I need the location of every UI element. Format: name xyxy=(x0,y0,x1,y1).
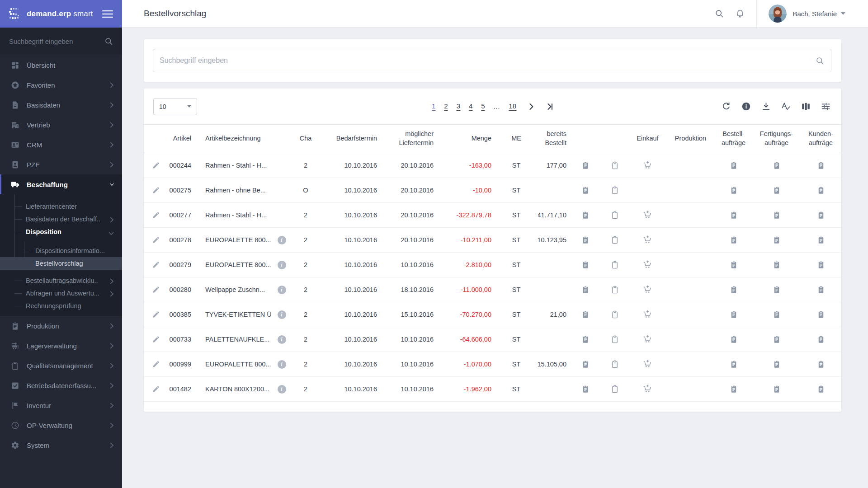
edit-pencil-icon[interactable] xyxy=(152,310,160,319)
fertigungsauftraege-clipboard-icon[interactable] xyxy=(773,211,781,219)
sidebar-subitem-dispositionsinformatio[interactable]: Dispositionsinformatio... xyxy=(0,244,122,257)
info-icon[interactable] xyxy=(741,102,751,111)
cart-plus-icon[interactable] xyxy=(643,235,652,245)
main-search-input[interactable] xyxy=(153,49,831,72)
bestellauftraege-clipboard-icon[interactable] xyxy=(730,161,738,169)
sidebar-item-qualitätsmanagement[interactable]: Qualitätsmanagement xyxy=(0,356,122,375)
fertigungsauftraege-clipboard-icon[interactable] xyxy=(773,186,781,194)
kundenauftraege-clipboard-icon[interactable] xyxy=(817,161,825,169)
sidebar-item-übersicht[interactable]: Übersicht xyxy=(0,55,122,75)
info-badge-icon[interactable]: i xyxy=(278,385,286,394)
fertigungsauftraege-clipboard-icon[interactable] xyxy=(773,335,781,343)
page-link-2[interactable]: 2 xyxy=(444,102,448,111)
edit-pencil-icon[interactable] xyxy=(152,385,160,393)
bestellauftraege-clipboard-icon[interactable] xyxy=(730,186,738,194)
bestellauftraege-clipboard-icon[interactable] xyxy=(730,310,738,319)
sidebar-subitem-rechnungsprüfung[interactable]: Rechnungsprüfung xyxy=(0,300,122,312)
bestellauftraege-clipboard-icon[interactable] xyxy=(730,286,738,294)
cart-plus-icon[interactable] xyxy=(643,385,652,394)
search-icon[interactable] xyxy=(715,9,724,18)
kundenauftraege-clipboard-icon[interactable] xyxy=(817,286,825,294)
spellcheck-icon[interactable] xyxy=(781,102,791,111)
sidebar-item-system[interactable]: System xyxy=(0,435,122,455)
sidebar-item-lagerverwaltung[interactable]: Lagerverwaltung xyxy=(0,336,122,356)
fertigungsauftraege-clipboard-icon[interactable] xyxy=(773,360,781,368)
search-icon[interactable] xyxy=(104,37,113,46)
clipboard-filled-icon[interactable] xyxy=(581,385,590,393)
page-link-4[interactable]: 4 xyxy=(469,102,472,111)
clipboard-outline-icon[interactable] xyxy=(611,335,619,343)
clipboard-outline-icon[interactable] xyxy=(611,261,619,269)
info-badge-icon[interactable]: i xyxy=(278,261,286,269)
fertigungsauftraege-clipboard-icon[interactable] xyxy=(773,161,781,169)
sidebar-search-input[interactable] xyxy=(9,38,104,45)
info-badge-icon[interactable]: i xyxy=(278,360,286,369)
sidebar-item-inventur[interactable]: Inventur xyxy=(0,395,122,415)
notifications-bell-icon[interactable] xyxy=(736,9,745,18)
cart-plus-icon[interactable] xyxy=(643,285,652,295)
clipboard-filled-icon[interactable] xyxy=(581,360,590,368)
sidebar-item-op-verwaltung[interactable]: OP-Verwaltung xyxy=(0,415,122,435)
user-name[interactable]: Bach, Stefanie xyxy=(793,10,837,18)
sidebar-item-pze[interactable]: PZE xyxy=(0,155,122,174)
user-menu-caret-icon[interactable] xyxy=(841,12,845,15)
info-badge-icon[interactable]: i xyxy=(278,310,286,319)
kundenauftraege-clipboard-icon[interactable] xyxy=(817,186,825,194)
bestellauftraege-clipboard-icon[interactable] xyxy=(730,261,738,269)
edit-pencil-icon[interactable] xyxy=(152,360,160,368)
page-link-5[interactable]: 5 xyxy=(481,102,485,111)
cart-plus-icon[interactable] xyxy=(643,335,652,344)
refresh-icon[interactable] xyxy=(722,102,731,111)
sidebar-item-basisdaten[interactable]: Basisdaten xyxy=(0,95,122,115)
download-icon[interactable] xyxy=(761,102,771,111)
sidebar-subitem-disposition[interactable]: Disposition xyxy=(0,225,122,238)
sidebar-item-beschaffung[interactable]: Beschaffung xyxy=(0,174,122,194)
edit-pencil-icon[interactable] xyxy=(152,335,160,343)
info-badge-icon[interactable]: i xyxy=(278,335,286,344)
sidebar-subitem-abfragen-und-auswertu[interactable]: Abfragen und Auswertu... xyxy=(0,287,122,300)
fertigungsauftraege-clipboard-icon[interactable] xyxy=(773,236,781,244)
edit-pencil-icon[interactable] xyxy=(152,286,160,294)
clipboard-filled-icon[interactable] xyxy=(581,261,590,269)
sidebar-subitem-bestellauftragsabwicklu[interactable]: Bestellauftragsabwicklu.. xyxy=(0,274,122,287)
edit-pencil-icon[interactable] xyxy=(152,236,160,244)
cart-plus-icon[interactable] xyxy=(643,161,652,170)
edit-pencil-icon[interactable] xyxy=(152,261,160,269)
clipboard-filled-icon[interactable] xyxy=(581,211,590,219)
sidebar-subitem-lieferantencenter[interactable]: Lieferantencenter xyxy=(0,200,122,213)
columns-icon[interactable] xyxy=(801,102,811,111)
fertigungsauftraege-clipboard-icon[interactable] xyxy=(773,385,781,393)
per-page-select[interactable]: 10 xyxy=(153,98,197,115)
cart-plus-icon[interactable] xyxy=(643,260,652,270)
clipboard-outline-icon[interactable] xyxy=(611,360,619,368)
sidebar-item-crm[interactable]: CRM xyxy=(0,135,122,155)
clipboard-filled-icon[interactable] xyxy=(581,186,590,194)
sidebar-item-vertrieb[interactable]: Vertrieb xyxy=(0,115,122,135)
bestellauftraege-clipboard-icon[interactable] xyxy=(730,236,738,244)
page-link-1[interactable]: 1 xyxy=(432,102,435,111)
avatar[interactable] xyxy=(769,5,787,23)
bestellauftraege-clipboard-icon[interactable] xyxy=(730,211,738,219)
edit-pencil-icon[interactable] xyxy=(152,186,160,194)
fertigungsauftraege-clipboard-icon[interactable] xyxy=(773,261,781,269)
sidebar-item-favoriten[interactable]: Favoriten xyxy=(0,75,122,95)
kundenauftraege-clipboard-icon[interactable] xyxy=(817,211,825,219)
clipboard-outline-icon[interactable] xyxy=(611,236,619,244)
info-badge-icon[interactable]: i xyxy=(278,236,286,244)
sidebar-subitem-bestellvorschlag[interactable]: Bestellvorschlag xyxy=(0,257,122,270)
clipboard-filled-icon[interactable] xyxy=(581,310,590,319)
edit-pencil-icon[interactable] xyxy=(152,211,160,219)
kundenauftraege-clipboard-icon[interactable] xyxy=(817,385,825,393)
kundenauftraege-clipboard-icon[interactable] xyxy=(817,360,825,368)
clipboard-outline-icon[interactable] xyxy=(611,211,619,219)
clipboard-filled-icon[interactable] xyxy=(581,335,590,343)
info-badge-icon[interactable]: i xyxy=(278,286,286,294)
tune-icon[interactable] xyxy=(821,102,830,111)
last-page-button[interactable] xyxy=(546,103,553,110)
kundenauftraege-clipboard-icon[interactable] xyxy=(817,310,825,319)
sidebar-subitem-basisdaten-der-beschaff[interactable]: Basisdaten der Beschaff.. xyxy=(0,213,122,225)
fertigungsauftraege-clipboard-icon[interactable] xyxy=(773,310,781,319)
cart-plus-icon[interactable] xyxy=(643,310,652,319)
clipboard-outline-icon[interactable] xyxy=(611,161,619,169)
clipboard-outline-icon[interactable] xyxy=(611,385,619,393)
